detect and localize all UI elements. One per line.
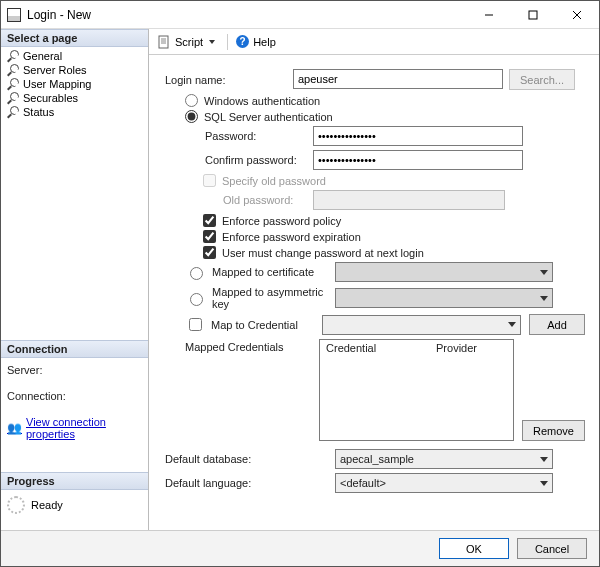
ok-button[interactable]: OK (439, 538, 509, 559)
page-item-label: Status (23, 106, 54, 118)
wrench-icon (7, 78, 19, 90)
page-item-label: Server Roles (23, 64, 87, 76)
left-pane: Select a page General Server Roles User … (1, 29, 149, 530)
password-label: Password: (203, 130, 313, 142)
script-icon (157, 35, 171, 49)
mapped-cert-combo[interactable] (335, 262, 553, 282)
titlebar: Login - New (1, 1, 599, 29)
page-item-label: Securables (23, 92, 78, 104)
default-database-value: apecal_sample (340, 453, 414, 465)
old-password-label: Old password: (221, 194, 313, 206)
wrench-icon (7, 50, 19, 62)
connection-body: Server: Connection: 👥 View connection pr… (1, 358, 148, 450)
specify-old-password-row: Specify old password (163, 174, 585, 187)
must-change-label: User must change password at next login (222, 247, 424, 259)
view-connection-properties-link[interactable]: 👥 View connection properties (7, 416, 142, 440)
page-item-label: User Mapping (23, 78, 91, 90)
connection-header: Connection (1, 340, 148, 358)
svg-rect-1 (529, 11, 537, 19)
page-item-server-roles[interactable]: Server Roles (1, 63, 148, 77)
mapped-asym-combo[interactable] (335, 288, 553, 308)
remove-button[interactable]: Remove (522, 420, 585, 441)
progress-body: Ready (1, 490, 148, 520)
provider-column-header: Provider (436, 342, 477, 354)
mapped-asym-radio[interactable] (190, 293, 203, 306)
connection-link-label: View connection properties (26, 416, 142, 440)
default-language-label: Default language: (163, 477, 335, 489)
map-credential-combo[interactable] (322, 315, 521, 335)
sql-auth-radio-row[interactable]: SQL Server authentication (163, 110, 585, 123)
chevron-down-icon (540, 270, 548, 275)
default-database-combo[interactable]: apecal_sample (335, 449, 553, 469)
search-button[interactable]: Search... (509, 69, 575, 90)
sql-auth-radio[interactable] (185, 110, 198, 123)
specify-old-password-checkbox (203, 174, 216, 187)
page-list: General Server Roles User Mapping Secura… (1, 47, 148, 125)
must-change-checkbox[interactable] (203, 246, 216, 259)
default-database-label: Default database: (163, 453, 335, 465)
chevron-down-icon (540, 457, 548, 462)
windows-auth-label: Windows authentication (204, 95, 320, 107)
map-credential-label: Map to Credential (211, 319, 298, 331)
windows-auth-radio[interactable] (185, 94, 198, 107)
enforce-expiration-label: Enforce password expiration (222, 231, 361, 243)
connection-server-label: Server: (7, 364, 142, 376)
wrench-icon (7, 106, 19, 118)
page-item-label: General (23, 50, 62, 62)
connection-icon: 👥 (7, 421, 22, 435)
windows-auth-radio-row[interactable]: Windows authentication (163, 94, 585, 107)
mapped-credentials-label: Mapped Credentials (185, 339, 319, 353)
login-name-label: Login name: (163, 74, 293, 86)
form-area: Login name: Search... Windows authentica… (149, 55, 599, 530)
page-item-securables[interactable]: Securables (1, 91, 148, 105)
page-item-general[interactable]: General (1, 49, 148, 63)
enforce-policy-checkbox[interactable] (203, 214, 216, 227)
add-button[interactable]: Add (529, 314, 585, 335)
must-change-row[interactable]: User must change password at next login (163, 246, 585, 259)
help-button[interactable]: Help (253, 36, 276, 48)
mapped-asym-label: Mapped to asymmetric key (212, 286, 335, 310)
minimize-button[interactable] (467, 1, 511, 28)
default-language-value: <default> (340, 477, 386, 489)
wrench-icon (7, 92, 19, 104)
script-button[interactable]: Script (175, 36, 203, 48)
page-item-user-mapping[interactable]: User Mapping (1, 77, 148, 91)
mapped-cert-radio[interactable] (190, 267, 203, 280)
login-dialog: Login - New Select a page General Server… (0, 0, 600, 567)
window-buttons (467, 1, 599, 28)
chevron-down-icon (508, 322, 516, 327)
close-button[interactable] (555, 1, 599, 28)
map-credential-checkbox[interactable] (189, 318, 202, 331)
app-icon (7, 8, 21, 22)
confirm-password-input[interactable] (313, 150, 523, 170)
confirm-password-label: Confirm password: (203, 154, 313, 166)
chevron-down-icon (540, 481, 548, 486)
progress-header: Progress (1, 472, 148, 490)
progress-status: Ready (31, 499, 63, 511)
page-item-status[interactable]: Status (1, 105, 148, 119)
svg-rect-4 (159, 36, 168, 48)
password-input[interactable] (313, 126, 523, 146)
toolbar-separator (227, 34, 228, 50)
mapped-credentials-list[interactable]: Credential Provider (319, 339, 514, 441)
enforce-policy-label: Enforce password policy (222, 215, 341, 227)
toolbar: Script ? Help (149, 29, 599, 55)
help-icon: ? (236, 35, 249, 48)
mapped-cert-label: Mapped to certificate (212, 266, 314, 278)
cancel-button[interactable]: Cancel (517, 538, 587, 559)
wrench-icon (7, 64, 19, 76)
chevron-down-icon (540, 296, 548, 301)
enforce-policy-row[interactable]: Enforce password policy (163, 214, 585, 227)
script-dropdown-icon[interactable] (209, 40, 215, 44)
enforce-expiration-checkbox[interactable] (203, 230, 216, 243)
right-pane: Script ? Help Login name: Search... Wind… (149, 29, 599, 530)
maximize-button[interactable] (511, 1, 555, 28)
old-password-input (313, 190, 505, 210)
connection-connection-label: Connection: (7, 390, 142, 402)
login-name-input[interactable] (293, 69, 503, 89)
dialog-footer: OK Cancel (1, 530, 599, 566)
select-page-header: Select a page (1, 29, 148, 47)
default-language-combo[interactable]: <default> (335, 473, 553, 493)
window-title: Login - New (27, 8, 467, 22)
enforce-expiration-row[interactable]: Enforce password expiration (163, 230, 585, 243)
